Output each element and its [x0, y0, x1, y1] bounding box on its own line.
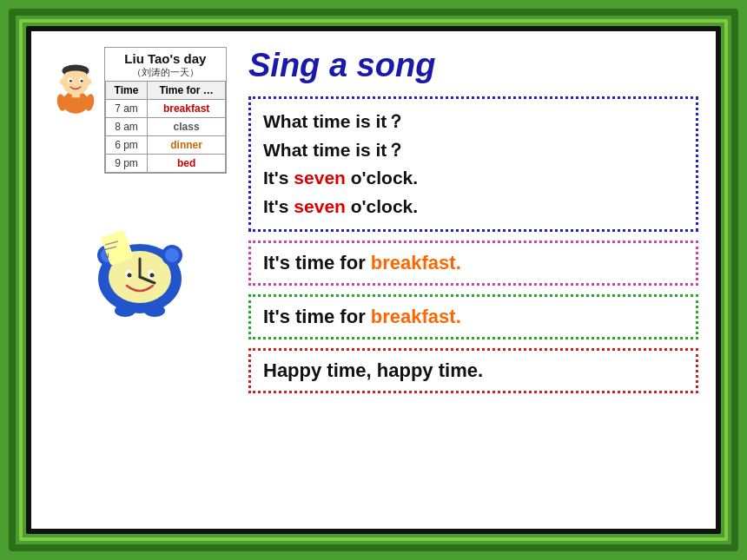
time-8am: 8 am [105, 118, 148, 136]
lyric-line-1: What time is it？ [263, 108, 684, 136]
lyric-line-3: It's seven o'clock. [263, 164, 684, 193]
lyric-line-4-post: o'clock. [346, 196, 418, 216]
col-activity-header: Time for … [148, 82, 226, 100]
svg-point-7 [81, 80, 83, 82]
lyric-box2-pre: It's time for [263, 252, 371, 273]
svg-point-8 [60, 79, 65, 85]
svg-point-20 [144, 305, 165, 317]
schedule-table: Time Time for … 7 am breakfast 8 am [105, 81, 226, 173]
table-row: 6 pm dinner [105, 136, 225, 155]
lyric-box-3: It's time for breakfast. [248, 294, 698, 339]
sing-a-song-title: Sing a song [248, 47, 698, 84]
lyric-box-1: What time is it？ What time is it？ It's s… [248, 96, 698, 232]
lyric-line-3-pre: It's [263, 168, 294, 188]
svg-point-18 [165, 248, 179, 262]
right-column: Sing a song What time is it？ What time i… [248, 47, 698, 513]
lyric-box-2: It's time for breakfast. [248, 240, 698, 286]
svg-point-26 [150, 273, 155, 278]
svg-point-9 [87, 79, 92, 85]
lyric-line-2: What time is it？ [263, 136, 684, 165]
table-row: 8 am class [105, 118, 225, 136]
activity-dinner: dinner [148, 136, 226, 155]
outer-border: Liu Tao's day （刘涛的一天） Time Time for … [9, 9, 738, 551]
lyric-line-4-pre: It's [263, 196, 294, 216]
slide-container: Liu Tao's day （刘涛的一天） Time Time for … [26, 26, 721, 534]
lyric-line-4-highlight: seven [294, 196, 346, 216]
alarm-clock-svg: ~ v [83, 196, 196, 318]
lyric-box-4: Happy time, happy time. [248, 348, 698, 393]
alarm-clock-illustration: ~ v [83, 196, 196, 321]
character-avatar [53, 47, 99, 125]
lyric-box3-pre: It's time for [263, 306, 371, 327]
schedule-sub-title: （刘涛的一天） [105, 66, 226, 79]
svg-point-3 [64, 70, 86, 77]
activity-bed: bed [148, 155, 226, 173]
lyric-box4-text: Happy time, happy time. [263, 359, 483, 381]
activity-breakfast: breakfast [148, 100, 226, 118]
schedule-main-title: Liu Tao's day [105, 51, 226, 66]
time-6pm: 6 pm [105, 136, 148, 155]
time-9pm: 9 pm [105, 155, 148, 173]
table-row: 7 am breakfast [105, 100, 225, 118]
left-column: Liu Tao's day （刘涛的一天） Time Time for … [49, 47, 231, 513]
time-7am: 7 am [105, 100, 148, 118]
activity-class: class [148, 118, 226, 136]
lyric-line-3-highlight: seven [294, 168, 346, 188]
lyric-box2-highlight: breakfast. [371, 252, 461, 273]
lyric-line-3-post: o'clock. [346, 168, 418, 188]
svg-point-25 [128, 273, 132, 278]
col-time-header: Time [105, 82, 148, 100]
svg-point-6 [69, 80, 72, 82]
svg-point-19 [115, 305, 136, 317]
table-row: 9 pm bed [105, 155, 225, 173]
lyric-line-4: It's seven o'clock. [263, 193, 684, 221]
schedule-title: Liu Tao's day （刘涛的一天） [105, 48, 226, 81]
schedule-card: Liu Tao's day （刘涛的一天） Time Time for … [104, 47, 227, 174]
svg-rect-10 [72, 93, 80, 98]
lyric-box3-highlight: breakfast. [371, 306, 461, 327]
